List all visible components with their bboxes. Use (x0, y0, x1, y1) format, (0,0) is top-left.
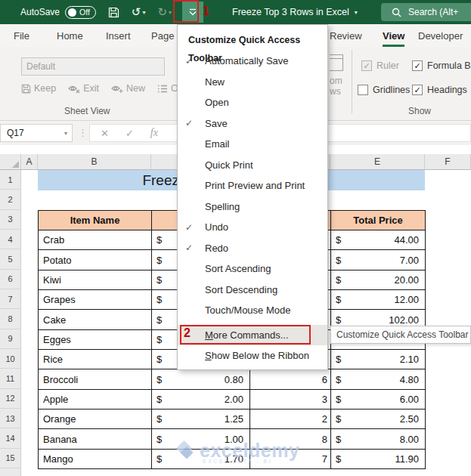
menu-item-more-commands[interactable]: ✓More Commands... (178, 325, 327, 346)
exit-button[interactable]: Exit (68, 83, 99, 94)
row-header[interactable]: 10 (0, 349, 20, 369)
menu-item-quick-print[interactable]: ✓Quick Print (178, 155, 327, 176)
menu-item-spelling[interactable]: ✓Spelling (178, 196, 327, 218)
sheet-view-dropdown[interactable]: Default (21, 57, 165, 76)
cell-item[interactable]: Broccoli (39, 369, 152, 389)
cell-qty[interactable]: 7 (250, 450, 331, 469)
menu-item-print-preview[interactable]: ✓Print Preview and Print (178, 175, 327, 196)
insert-function-icon[interactable]: fx (150, 127, 158, 139)
cell-qty[interactable]: 2 (250, 410, 331, 429)
row-header[interactable]: 4 (0, 230, 20, 249)
table-header-item[interactable]: Item Name (39, 211, 152, 230)
search-box[interactable]: Search (Alt+ (381, 3, 471, 21)
row-header[interactable]: 11 (0, 369, 20, 388)
enter-icon[interactable]: ✓ (125, 128, 134, 139)
save-icon[interactable] (108, 7, 119, 18)
cell-item[interactable]: Apple (39, 390, 152, 410)
table-header-total[interactable]: Total Price (331, 211, 426, 230)
cell-total[interactable]: $7.00 (331, 250, 426, 270)
ruler-checkbox-icon (361, 60, 372, 71)
cell-total[interactable]: $44.00 (331, 230, 426, 250)
menu-item-email[interactable]: ✓Email (178, 134, 327, 155)
menu-item-sort-descending[interactable]: ✓Sort Descending (178, 280, 327, 301)
row-header[interactable]: 2 (0, 190, 20, 209)
row-header[interactable]: 3 (0, 210, 20, 230)
cell-qty[interactable]: 3 (250, 390, 331, 410)
menu-item-undo[interactable]: ✓Undo (178, 217, 327, 238)
keep-button[interactable]: Keep (21, 83, 56, 94)
row-header[interactable]: 7 (0, 289, 20, 309)
menu-item-open[interactable]: ✓Open (178, 92, 327, 113)
cell-qty[interactable]: 8 (250, 429, 331, 449)
menu-item-show-below-ribbon[interactable]: ✓Show Below the Ribbon (178, 345, 327, 366)
cell-total[interactable]: $4.80 (331, 369, 426, 389)
select-all-corner[interactable] (0, 154, 21, 170)
row-header[interactable]: 12 (0, 389, 20, 409)
tab-developer[interactable]: Developer (418, 24, 463, 47)
row-header[interactable]: 13 (0, 409, 20, 428)
cell-item[interactable]: Mango (39, 450, 152, 469)
column-header-b[interactable]: B (38, 154, 151, 170)
row-header[interactable]: 5 (0, 249, 20, 269)
row-header[interactable]: 9 (0, 329, 20, 349)
cell-item[interactable]: Potato (39, 250, 152, 270)
cell-item[interactable]: Banana (39, 429, 152, 449)
gridlines-checkbox[interactable]: Gridlines (358, 85, 410, 95)
autosave-label: AutoSave (20, 7, 60, 17)
column-header-a[interactable]: A (21, 154, 38, 170)
tab-review[interactable]: Review (330, 24, 362, 47)
cell-total[interactable]: $20.00 (331, 270, 426, 290)
cell-unit[interactable]: $1.70 (152, 450, 250, 469)
menu-item-redo[interactable]: ✓Redo (178, 238, 327, 259)
cell-item[interactable]: Orange (39, 410, 152, 429)
cell-total[interactable]: $2.50 (331, 410, 426, 429)
cell-total[interactable]: $8.00 (331, 429, 426, 449)
autosave-toggle[interactable]: Off (65, 6, 96, 19)
cell-total[interactable]: $6.00 (331, 390, 426, 410)
cell-qty[interactable]: 6 (250, 369, 331, 389)
cell-total[interactable]: $11.90 (331, 450, 426, 469)
cell-item[interactable]: Rice (39, 350, 152, 369)
undo-button[interactable]: ↺ ▾ (132, 5, 146, 19)
tab-file[interactable]: File (14, 24, 29, 47)
tab-insert[interactable]: Insert (106, 24, 131, 47)
cell-total[interactable]: $2.10 (331, 350, 426, 369)
cancel-icon[interactable]: ✕ (101, 128, 109, 139)
customize-qat-button[interactable] (182, 2, 203, 23)
column-header-e[interactable]: E (330, 154, 425, 170)
document-title[interactable]: Freeze Top 3 Rows in Excel ▾ (232, 0, 358, 24)
cell-item[interactable]: Grapes (39, 290, 152, 310)
cell-item[interactable]: Crab (39, 230, 152, 250)
autosave-control[interactable]: AutoSave Off (20, 6, 96, 19)
cell-item[interactable]: Cake (39, 310, 152, 329)
name-box[interactable]: Q17 ▾ (0, 124, 73, 142)
row-header[interactable]: 8 (0, 309, 20, 329)
formula-bar-checkbox[interactable]: Formula Bar (412, 60, 471, 71)
cell-item[interactable]: Kiwi (39, 270, 152, 290)
cell-unit[interactable]: $0.80 (152, 369, 250, 389)
row-header[interactable]: 14 (0, 428, 20, 448)
menu-item-touch-mouse-mode[interactable]: ✓Touch/Mouse Mode (178, 300, 327, 321)
menu-item-save[interactable]: ✓Save (178, 113, 327, 134)
row-header[interactable]: 6 (0, 270, 20, 289)
new-sheet-view-button[interactable]: New (111, 83, 145, 94)
headings-checkbox[interactable]: Headings (412, 85, 467, 95)
tab-view[interactable]: View (383, 24, 404, 47)
menu-item-new[interactable]: ✓New (178, 72, 327, 93)
cell-total[interactable]: $12.00 (331, 290, 426, 310)
cell-item[interactable]: Egges (39, 330, 152, 350)
customize-qat-icon (188, 8, 197, 17)
row-header[interactable]: 15 (0, 449, 20, 468)
cell-unit[interactable]: $1.00 (152, 429, 250, 449)
column-header-f[interactable]: F (425, 154, 471, 170)
cell-unit[interactable]: $2.00 (152, 390, 250, 410)
ruler-checkbox[interactable]: Ruler (361, 60, 399, 71)
row-header[interactable]: 1 (0, 170, 20, 190)
cell-unit[interactable]: $1.25 (152, 410, 250, 429)
tab-home[interactable]: Home (57, 24, 83, 47)
redo-button[interactable]: ↻ ▾ (157, 5, 172, 19)
menu-item-automatically-save[interactable]: ✓Automatically Save (178, 51, 327, 72)
menu-item-sort-ascending[interactable]: ✓Sort Ascending (178, 258, 327, 280)
formula-bar-handle[interactable]: ⋮ (78, 127, 88, 138)
show-group-label: Show (408, 106, 431, 116)
